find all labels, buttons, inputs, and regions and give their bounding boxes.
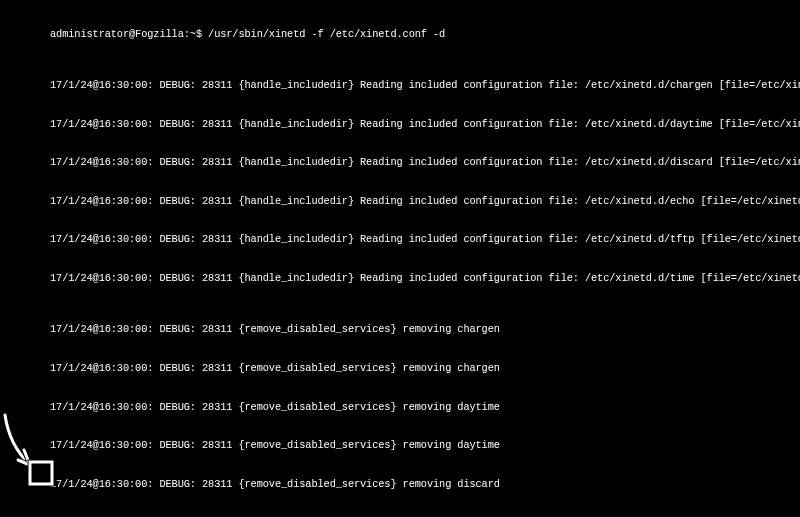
log-line: 17/1/24@16:30:00: DEBUG: 28311 {remove_d… [50, 362, 800, 375]
log-line: 17/1/24@16:30:00: DEBUG: 28311 {handle_i… [50, 195, 800, 208]
log-line: 17/1/24@16:30:00: DEBUG: 28311 {handle_i… [50, 233, 800, 246]
shell-prompt: administrator@Fogzilla:~$ /usr/sbin/xine… [50, 28, 800, 41]
log-line: 17/1/24@16:30:00: DEBUG: 28311 {remove_d… [50, 323, 800, 336]
terminal-output[interactable]: administrator@Fogzilla:~$ /usr/sbin/xine… [50, 0, 800, 517]
log-line: 17/1/24@16:30:00: DEBUG: 28311 {handle_i… [50, 272, 800, 285]
svg-rect-0 [30, 462, 52, 484]
annotation-arrow-icon [0, 410, 55, 500]
log-line: 17/1/24@16:30:00: DEBUG: 28311 {handle_i… [50, 156, 800, 169]
log-line: 17/1/24@16:30:00: DEBUG: 28311 {remove_d… [50, 478, 800, 491]
svg-rect-1 [30, 462, 52, 484]
log-line: 17/1/24@16:30:00: DEBUG: 28311 {handle_i… [50, 79, 800, 92]
log-line: 17/1/24@16:30:00: DEBUG: 28311 {handle_i… [50, 118, 800, 131]
log-line: 17/1/24@16:30:00: DEBUG: 28311 {remove_d… [50, 401, 800, 414]
log-line: 17/1/24@16:30:00: DEBUG: 28311 {remove_d… [50, 439, 800, 452]
